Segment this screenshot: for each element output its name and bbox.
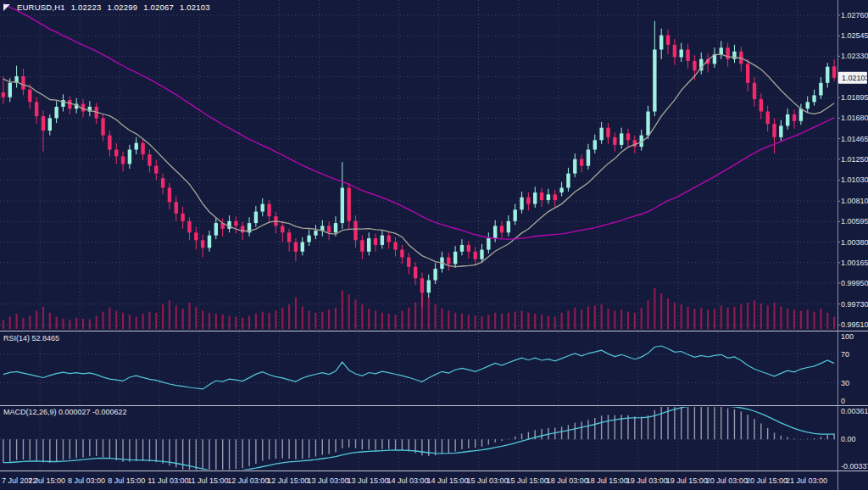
candle-body bbox=[467, 245, 470, 252]
candle-body bbox=[241, 226, 244, 232]
volume-bar bbox=[614, 310, 615, 329]
volume-bar bbox=[36, 310, 37, 329]
symbol-dropdown-icon[interactable] bbox=[3, 4, 10, 11]
axis-label: 0.00 bbox=[841, 435, 856, 443]
candle-body bbox=[68, 100, 71, 109]
current-price-value: 1.02103 bbox=[842, 74, 868, 82]
candle-body bbox=[48, 118, 52, 131]
volume-bar bbox=[527, 313, 529, 329]
volume-bar bbox=[348, 294, 350, 329]
volume-bar bbox=[242, 318, 243, 329]
volume-bar bbox=[342, 290, 343, 329]
quote-high: 1.02299 bbox=[107, 3, 137, 12]
time-axis-label: 20 Jul 15:00 bbox=[746, 476, 787, 485]
axis-label: 0.99950 bbox=[841, 279, 868, 287]
volume-bar bbox=[627, 312, 629, 329]
axis-label: 1.00165 bbox=[841, 259, 868, 267]
volume-bar bbox=[667, 298, 669, 329]
volume-bar bbox=[441, 309, 442, 329]
volume-bar bbox=[129, 315, 131, 329]
candle-body bbox=[141, 143, 144, 154]
candle-body bbox=[135, 143, 138, 150]
candle-body bbox=[826, 67, 829, 83]
candle-body bbox=[214, 223, 218, 236]
candle-body bbox=[21, 76, 25, 90]
volume-bar bbox=[435, 304, 437, 329]
axis-label: 1.01680 bbox=[841, 114, 868, 122]
candle-body bbox=[673, 45, 676, 58]
volume-bar bbox=[209, 313, 210, 329]
candle-body bbox=[374, 238, 377, 245]
candle-body bbox=[720, 47, 723, 54]
volume-bar bbox=[660, 293, 662, 329]
time-axis-label: 13 Jul 03:00 bbox=[307, 476, 348, 485]
candle-body bbox=[420, 278, 424, 292]
volume-bar bbox=[188, 303, 190, 329]
candle-body bbox=[427, 281, 431, 293]
candle-body bbox=[460, 245, 464, 252]
time-axis-label: 14 Jul 15:00 bbox=[427, 476, 469, 485]
candle-body bbox=[520, 198, 523, 210]
candle-body bbox=[620, 133, 623, 144]
candle-body bbox=[746, 64, 749, 82]
volume-bar bbox=[288, 304, 290, 329]
volume-bar bbox=[202, 310, 203, 329]
price-chart-canvas[interactable]: 1.027601.025451.023301.018951.016801.014… bbox=[0, 0, 868, 490]
volume-bar bbox=[62, 319, 64, 329]
volume-bar bbox=[314, 313, 316, 329]
time-axis-label: 19 Jul 03:00 bbox=[626, 476, 668, 485]
axis-label: 1.01465 bbox=[841, 135, 868, 143]
volume-bar bbox=[215, 314, 217, 329]
candle-body bbox=[646, 112, 649, 136]
volume-bar bbox=[515, 312, 516, 329]
volume-bar bbox=[142, 314, 143, 329]
volume-bar bbox=[601, 304, 603, 329]
candle-body bbox=[587, 150, 590, 166]
candle-body bbox=[381, 236, 384, 245]
volume-bar bbox=[415, 303, 416, 329]
volume-bar bbox=[594, 305, 596, 329]
candle-body bbox=[254, 212, 258, 223]
candle-body bbox=[393, 242, 397, 250]
candle-body bbox=[28, 90, 31, 103]
volume-bar bbox=[721, 305, 722, 329]
axis-label: 1.01030 bbox=[841, 175, 868, 184]
time-axis[interactable]: 7 Jul 20227 Jul 15:008 Jul 03:008 Jul 15… bbox=[2, 476, 827, 485]
volume-bar bbox=[820, 309, 821, 329]
candle-body bbox=[208, 236, 211, 248]
volume-bar bbox=[22, 318, 24, 329]
volume-bar bbox=[9, 317, 11, 329]
candle-body bbox=[533, 192, 537, 203]
volume-bar bbox=[228, 315, 230, 329]
candle-body bbox=[593, 140, 597, 149]
volume-bar bbox=[222, 315, 224, 329]
candle-body bbox=[686, 49, 689, 60]
candle-body bbox=[154, 166, 158, 174]
time-axis-label: 12 Jul 03:00 bbox=[227, 476, 269, 485]
volume-bar bbox=[780, 307, 782, 329]
volume-bar bbox=[195, 307, 197, 329]
axis-label: -0.003376 bbox=[841, 462, 868, 471]
volume-bar bbox=[454, 313, 456, 329]
candle-body bbox=[613, 137, 616, 145]
candle-body bbox=[693, 61, 696, 70]
candle-body bbox=[128, 150, 131, 164]
volume-bar bbox=[494, 313, 496, 329]
volume-bar bbox=[760, 303, 762, 329]
candle-body bbox=[599, 128, 603, 141]
volume-bar bbox=[487, 315, 489, 329]
volume-bar bbox=[587, 307, 589, 329]
candle-body bbox=[147, 154, 151, 165]
volume-bar bbox=[767, 305, 769, 329]
volume-bar bbox=[368, 309, 370, 329]
candle-body bbox=[353, 221, 357, 240]
symbol-timeframe: EURUSD,H1 bbox=[17, 3, 65, 12]
quote-header: EURUSD,H1 1.02223 1.02299 1.02067 1.0210… bbox=[3, 3, 210, 12]
volume-bar bbox=[574, 308, 576, 329]
candle-body bbox=[307, 236, 310, 242]
candle-body bbox=[680, 49, 683, 57]
volume-bar bbox=[89, 320, 91, 329]
axis-label: 100 bbox=[841, 332, 854, 341]
volume-bar bbox=[700, 308, 702, 329]
candle-body bbox=[234, 221, 237, 226]
